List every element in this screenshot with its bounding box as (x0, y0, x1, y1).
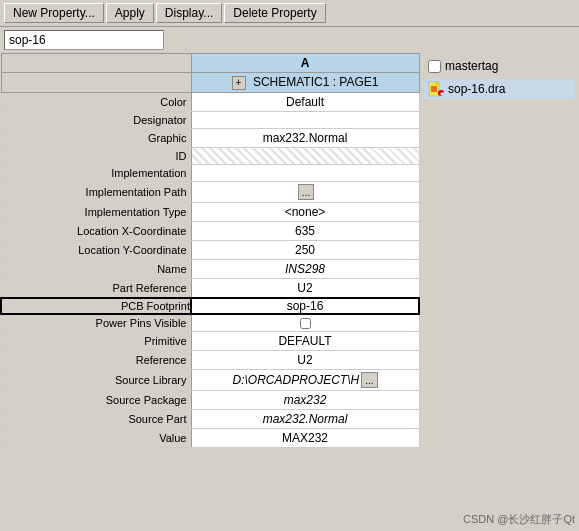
search-row (0, 27, 579, 53)
col-header-a: A (191, 54, 419, 73)
prop-value (191, 314, 419, 332)
prop-value: 250 (191, 241, 419, 260)
prop-value: U2 (191, 351, 419, 370)
prop-value-text: D:\ORCADPROJECT\H (232, 373, 359, 387)
prop-value (191, 112, 419, 129)
schematic-row: + SCHEMATIC1 : PAGE1 (1, 73, 419, 93)
table-row: Source Partmax232.Normal (1, 410, 419, 429)
prop-value: max232.Normal (191, 129, 419, 148)
schematic-label: SCHEMATIC1 : PAGE1 (253, 75, 379, 89)
toolbar: New Property... Apply Display... Delete … (0, 0, 579, 27)
prop-label: ID (1, 148, 191, 165)
schematic-row-value: + SCHEMATIC1 : PAGE1 (191, 73, 419, 93)
prop-value-text: MAX232 (282, 431, 328, 445)
display-button[interactable]: Display... (156, 3, 222, 23)
table-row: Designator (1, 112, 419, 129)
delete-property-button[interactable]: Delete Property (224, 3, 325, 23)
prop-value: U2 (191, 279, 419, 299)
prop-value-text: U2 (297, 281, 312, 295)
prop-value: DEFAULT (191, 332, 419, 351)
table-row: NameINS298 (1, 260, 419, 279)
prop-value-text: 250 (295, 243, 315, 257)
table-row: Graphicmax232.Normal (1, 129, 419, 148)
ellipsis-button[interactable]: ... (298, 184, 314, 200)
expand-button[interactable]: + (232, 76, 246, 90)
prop-value-text: INS298 (285, 262, 325, 276)
prop-label: Graphic (1, 129, 191, 148)
table-row: ColorDefault (1, 93, 419, 112)
prop-label: Implementation Path (1, 182, 191, 203)
col-header-empty (1, 54, 191, 73)
prop-value-text: sop-16 (287, 299, 324, 313)
prop-label: Implementation Type (1, 203, 191, 222)
table-row: ReferenceU2 (1, 351, 419, 370)
power-pins-checkbox[interactable] (300, 318, 311, 329)
file-icon: ✱ (428, 81, 444, 97)
prop-label: Name (1, 260, 191, 279)
ellipsis-button[interactable]: ... (361, 372, 377, 388)
prop-label: Primitive (1, 332, 191, 351)
prop-label: PCB Footprint (1, 298, 191, 314)
prop-value: <none> (191, 203, 419, 222)
table-row: Location X-Coordinate635 (1, 222, 419, 241)
prop-label: Location Y-Coordinate (1, 241, 191, 260)
svg-text:✱: ✱ (440, 91, 445, 97)
search-input[interactable] (4, 30, 164, 50)
prop-label: Designator (1, 112, 191, 129)
table-row: Location Y-Coordinate250 (1, 241, 419, 260)
prop-value-text: max232.Normal (263, 131, 348, 145)
table-row: ValueMAX232 (1, 429, 419, 448)
table-row: Source LibraryD:\ORCADPROJECT\H... (1, 370, 419, 391)
prop-value: 635 (191, 222, 419, 241)
property-table-container: A + SCHEMATIC1 : PAGE1 ColorDefaultDesig… (0, 53, 420, 448)
right-panel-item-selected[interactable]: ✱ sop-16.dra (424, 79, 575, 99)
table-row: Source Packagemax232 (1, 391, 419, 410)
prop-value-text: Default (286, 95, 324, 109)
prop-label: Color (1, 93, 191, 112)
apply-button[interactable]: Apply (106, 3, 154, 23)
prop-value: Default (191, 93, 419, 112)
table-row: Part ReferenceU2 (1, 279, 419, 299)
prop-value (191, 148, 419, 165)
prop-value: sop-16 (191, 298, 419, 314)
prop-value-text: 635 (295, 224, 315, 238)
column-header-row: A (1, 54, 419, 73)
prop-label: Reference (1, 351, 191, 370)
table-row: PrimitiveDEFAULT (1, 332, 419, 351)
property-table: A + SCHEMATIC1 : PAGE1 ColorDefaultDesig… (0, 53, 420, 448)
prop-value-text: U2 (297, 353, 312, 367)
table-row: Power Pins Visible (1, 314, 419, 332)
mastertag-checkbox[interactable] (428, 60, 441, 73)
prop-value-text: max232.Normal (263, 412, 348, 426)
prop-value (191, 165, 419, 182)
prop-value: MAX232 (191, 429, 419, 448)
prop-label: Location X-Coordinate (1, 222, 191, 241)
prop-value: D:\ORCADPROJECT\H... (191, 370, 419, 391)
prop-label: Source Library (1, 370, 191, 391)
prop-value-text: DEFAULT (278, 334, 331, 348)
prop-label: Source Part (1, 410, 191, 429)
prop-label: Implementation (1, 165, 191, 182)
prop-value: max232 (191, 391, 419, 410)
prop-label: Power Pins Visible (1, 314, 191, 332)
prop-label: Part Reference (1, 279, 191, 299)
table-row: Implementation Path... (1, 182, 419, 203)
watermark: CSDN @长沙红胖子Qt (463, 512, 575, 527)
prop-value-text: max232 (284, 393, 327, 407)
right-panel: mastertag ✱ sop-16.dra (420, 53, 579, 448)
main-area: A + SCHEMATIC1 : PAGE1 ColorDefaultDesig… (0, 53, 579, 448)
table-row: ID (1, 148, 419, 165)
table-row: PCB Footprintsop-16 (1, 298, 419, 314)
prop-value: max232.Normal (191, 410, 419, 429)
prop-label: Value (1, 429, 191, 448)
prop-label: Source Package (1, 391, 191, 410)
prop-value-text: <none> (285, 205, 326, 219)
table-row: Implementation Type<none> (1, 203, 419, 222)
file-label: sop-16.dra (448, 82, 505, 96)
schematic-row-label (1, 73, 191, 93)
prop-value: INS298 (191, 260, 419, 279)
table-row: Implementation (1, 165, 419, 182)
mastertag-label: mastertag (445, 59, 498, 73)
prop-value: ... (191, 182, 419, 203)
new-property-button[interactable]: New Property... (4, 3, 104, 23)
